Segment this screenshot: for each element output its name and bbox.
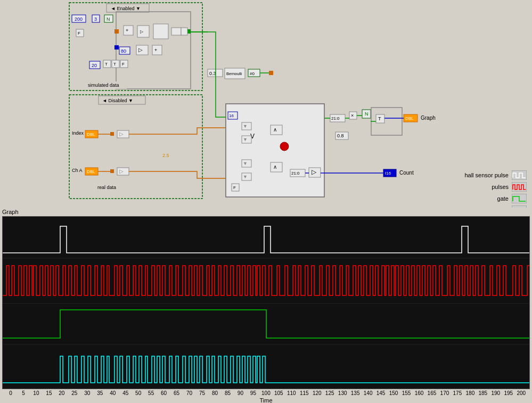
tick-110: 110 xyxy=(285,390,298,396)
svg-text:▷: ▷ xyxy=(312,168,317,176)
legend-icon-pulses xyxy=(512,182,527,192)
svg-text:∧: ∧ xyxy=(273,164,277,170)
tick-190: 190 xyxy=(489,390,502,396)
svg-text:2.5: 2.5 xyxy=(162,153,169,158)
svg-rect-43 xyxy=(269,71,273,75)
svg-text:3: 3 xyxy=(94,17,97,22)
tick-10: 10 xyxy=(30,390,43,396)
graph-section: Graph 0 5 10 15 xyxy=(0,208,532,403)
svg-text:▷: ▷ xyxy=(119,168,124,174)
x-axis-area: 0 5 10 15 20 25 30 35 40 45 50 55 60 65 … xyxy=(0,389,532,403)
tick-30: 30 xyxy=(81,390,94,396)
tick-15: 15 xyxy=(43,390,55,396)
tick-20: 20 xyxy=(55,390,68,396)
svg-text:◄ Disabled ▼: ◄ Disabled ▼ xyxy=(102,98,133,103)
svg-rect-9 xyxy=(114,29,119,34)
svg-text:Ch A: Ch A xyxy=(72,168,83,173)
svg-text:real data: real data xyxy=(97,185,116,190)
waveform-svg xyxy=(3,217,530,389)
tick-185: 185 xyxy=(477,390,489,396)
svg-text:I16: I16 xyxy=(385,171,391,176)
svg-text:T: T xyxy=(113,62,116,67)
svg-rect-52 xyxy=(110,132,114,136)
tick-75: 75 xyxy=(196,390,209,396)
svg-text:F: F xyxy=(78,31,80,36)
svg-point-71 xyxy=(280,142,289,151)
svg-text:Graph: Graph xyxy=(421,115,436,121)
tick-60: 60 xyxy=(158,390,170,396)
svg-text:▼: ▼ xyxy=(243,137,248,142)
tick-120: 120 xyxy=(310,390,323,396)
tick-40: 40 xyxy=(107,390,119,396)
svg-text:×: × xyxy=(351,113,354,118)
graph-title: Graph xyxy=(0,208,532,216)
legend-icon-hall xyxy=(512,170,527,180)
tick-165: 165 xyxy=(425,390,438,396)
tick-85: 85 xyxy=(221,390,234,396)
svg-text:T: T xyxy=(378,116,381,121)
dis-box xyxy=(69,95,202,199)
tick-95: 95 xyxy=(247,390,259,396)
diagram-area: ◄ Enabled ▼ 200 3 N F + ▷ 80 ▷ xyxy=(0,0,532,210)
svg-text:F: F xyxy=(233,185,236,190)
svg-text:80: 80 xyxy=(121,48,126,54)
tick-200: 200 xyxy=(515,390,528,396)
tick-80: 80 xyxy=(209,390,222,396)
legend-item-pulses: pulses xyxy=(441,182,527,192)
graph-container[interactable] xyxy=(2,216,530,389)
sim-box xyxy=(69,3,202,91)
svg-text:+: + xyxy=(154,47,157,53)
x-axis-label: Time xyxy=(259,397,272,403)
svg-text:▷: ▷ xyxy=(138,47,143,53)
svg-text:◄ Enabled ▼: ◄ Enabled ▼ xyxy=(111,6,141,11)
tick-45: 45 xyxy=(119,390,132,396)
tick-175: 175 xyxy=(451,390,464,396)
svg-text:16: 16 xyxy=(229,113,234,118)
tick-0: 0 xyxy=(4,390,17,396)
svg-text:▷: ▷ xyxy=(140,29,144,34)
svg-text:+: + xyxy=(126,28,128,33)
svg-text:21:0: 21:0 xyxy=(331,116,340,121)
svg-text:▼: ▼ xyxy=(243,161,248,166)
svg-text:∧: ∧ xyxy=(273,127,277,133)
svg-text:N: N xyxy=(107,17,110,22)
svg-text:Index: Index xyxy=(72,130,84,136)
svg-text:0.8: 0.8 xyxy=(337,133,344,138)
tick-50: 50 xyxy=(132,390,145,396)
x-axis-ticks: 0 5 10 15 20 25 30 35 40 45 50 55 60 65 … xyxy=(2,389,530,396)
tick-155: 155 xyxy=(400,390,413,396)
legend-label-pulses: pulses xyxy=(441,184,512,190)
legend-icon-gate xyxy=(512,194,527,203)
legend-item-gate: gate xyxy=(441,194,527,203)
svg-text:▼: ▼ xyxy=(243,174,248,179)
tick-130: 130 xyxy=(336,390,349,396)
svg-text:20: 20 xyxy=(92,63,97,68)
tick-180: 180 xyxy=(464,390,477,396)
svg-rect-18 xyxy=(153,24,168,39)
svg-text:F: F xyxy=(122,62,125,67)
tick-140: 140 xyxy=(362,390,374,396)
tick-100: 100 xyxy=(259,390,272,396)
tick-150: 150 xyxy=(387,390,400,396)
legend-label-hall: hall sensor pulse xyxy=(441,172,512,178)
tick-5: 5 xyxy=(17,390,30,396)
svg-rect-10 xyxy=(114,45,119,50)
tick-195: 195 xyxy=(502,390,515,396)
block-diagram-svg: ◄ Enabled ▼ 200 3 N F + ▷ 80 ▷ xyxy=(0,0,437,208)
tick-70: 70 xyxy=(183,390,196,396)
tick-160: 160 xyxy=(413,390,425,396)
svg-text:Bernoulli: Bernoulli xyxy=(226,71,242,76)
svg-text:simulated data: simulated data xyxy=(88,83,119,88)
tick-65: 65 xyxy=(170,390,183,396)
svg-text:Count: Count xyxy=(399,170,414,176)
svg-text:200: 200 xyxy=(75,17,83,22)
tick-105: 105 xyxy=(272,390,285,396)
svg-rect-16 xyxy=(137,26,149,37)
svg-text:21:0: 21:0 xyxy=(291,171,300,176)
legend-label-gate: gate xyxy=(441,195,512,202)
svg-text:DBL: DBL xyxy=(87,169,95,174)
svg-text:N: N xyxy=(365,111,369,117)
svg-text:T: T xyxy=(105,62,108,67)
svg-text:DBL: DBL xyxy=(405,116,414,121)
tick-170: 170 xyxy=(438,390,451,396)
